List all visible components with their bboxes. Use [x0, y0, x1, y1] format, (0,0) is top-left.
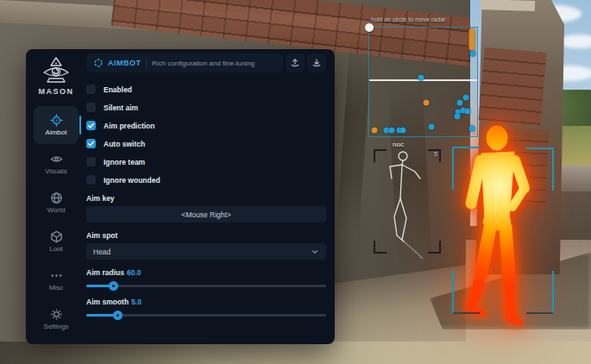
radar-dot [465, 109, 471, 115]
upload-config-button[interactable] [286, 53, 305, 72]
panel-title-bar: AIMBOT | Rich configuration and fine-tun… [86, 53, 283, 72]
skeleton-bracket-corner [428, 241, 441, 254]
checkbox-label: Ignore wounded [104, 176, 160, 185]
checkbox[interactable] [86, 139, 96, 148]
slider-value: 60.0 [127, 268, 141, 277]
download-config-button[interactable] [307, 53, 326, 72]
radar-dot [469, 126, 475, 132]
aim-spot-select[interactable]: Head [86, 243, 326, 260]
download-icon [311, 58, 322, 68]
radar-dot [418, 74, 424, 80]
dots-icon [50, 269, 63, 282]
sidebar-item-label: World [47, 206, 66, 214]
cube-icon [50, 230, 63, 243]
tower-bricks [478, 47, 546, 125]
slider-label: Aim radius [86, 268, 124, 277]
radar-dot [463, 95, 469, 101]
checkbox-label: Ignore team [104, 158, 145, 166]
player-bracket-corner [452, 271, 480, 314]
sidebar-item-label: Loot [49, 245, 63, 253]
radar-hint-text: hold on circle to move radar [371, 16, 509, 22]
aim-smooth-label: Aim smooth5.0 [86, 298, 326, 306]
radar-dot [424, 99, 430, 105]
player-bracket-corner [452, 147, 480, 190]
radar-dot [455, 113, 461, 119]
checkbox[interactable] [86, 121, 96, 130]
panel-subtitle: Rich configuration and fine-tuning [152, 60, 255, 67]
checkbox[interactable] [86, 103, 96, 112]
gear-icon [93, 58, 104, 68]
radar-dot [429, 124, 435, 130]
checkbox-row-silent-aim[interactable]: Silent aim [86, 98, 326, 116]
slider-value: 5.0 [131, 298, 141, 306]
skeleton-bracket-corner [374, 241, 387, 254]
checkbox-row-enabled[interactable]: Enabled [86, 80, 326, 98]
radar-dot [372, 127, 378, 133]
sidebar-item-visuals[interactable]: Visuals [34, 145, 79, 183]
sidebar-nav: Aimbot Visuals World Loot [26, 106, 86, 339]
checkbox-label: Auto switch [104, 140, 145, 148]
skeleton-bracket-corner [374, 149, 387, 162]
gear-icon [50, 308, 63, 321]
aim-radius-label: Aim radius60.0 [86, 268, 326, 277]
sidebar-item-label: Settings [44, 323, 69, 330]
aim-smooth-slider[interactable] [86, 310, 326, 320]
sidebar-item-label: Misc [49, 284, 63, 292]
checkbox-row-ignore-team[interactable]: Ignore team [86, 153, 326, 171]
radar-drag-handle[interactable] [365, 23, 374, 32]
chevron-down-icon [311, 248, 319, 256]
ground-strip [0, 342, 591, 364]
slider-track[interactable] [86, 285, 326, 287]
sidebar-item-world[interactable]: World [34, 184, 79, 222]
crosshair-icon [50, 114, 63, 127]
sidebar-item-aimbot[interactable]: Aimbot [34, 106, 79, 144]
slider-label: Aim smooth [86, 298, 129, 306]
radar-dot [400, 127, 406, 133]
player-bracket-corner [526, 271, 554, 314]
sidebar-item-loot[interactable]: Loot [34, 223, 79, 260]
sidebar-item-settings[interactable]: Settings [34, 300, 79, 338]
divider: | [146, 59, 148, 68]
radar-marker-bar [468, 28, 475, 51]
sidebar-item-label: Aimbot [46, 129, 67, 136]
panel-title: AIMBOT [108, 59, 141, 67]
cheat-menu-window: MASON Aimbot Visuals World [26, 49, 335, 344]
checkbox[interactable] [86, 157, 96, 166]
sidebar-item-misc[interactable]: Misc [34, 261, 79, 299]
sidebar: MASON Aimbot Visuals World [26, 49, 86, 344]
aim-spot-label: Aim spot [86, 231, 326, 240]
player-bracket-corner [526, 147, 554, 191]
checkbox-label: Aim prediction [104, 122, 155, 130]
aim-spot-value: Head [93, 248, 311, 256]
brand: MASON [39, 56, 74, 96]
esp-player-name: noc [393, 141, 427, 148]
upload-icon [290, 58, 300, 68]
slider-knob[interactable] [113, 311, 123, 320]
checkbox[interactable] [86, 175, 96, 185]
checkbox-label: Silent aim [104, 104, 138, 112]
aim-key-button[interactable]: <Mouse Right> [86, 206, 326, 223]
sidebar-item-label: Visuals [45, 167, 67, 175]
radar[interactable]: hold on circle to move radar [368, 27, 478, 137]
checkbox[interactable] [86, 85, 96, 94]
checkbox-row-aim-prediction[interactable]: Aim prediction [86, 116, 326, 135]
brand-name: MASON [39, 87, 74, 96]
globe-icon [50, 191, 63, 204]
radar-dot [470, 50, 476, 56]
checkbox-label: Enabled [104, 85, 132, 94]
tower-cap [480, 0, 535, 11]
skeleton-esp [380, 148, 433, 259]
checkbox-row-auto-switch[interactable]: Auto switch [86, 135, 326, 153]
mason-eye-logo [41, 56, 72, 85]
eye-icon [50, 153, 63, 166]
panel-content: AIMBOT | Rich configuration and fine-tun… [86, 53, 326, 320]
esp-distance: 5 [434, 151, 437, 157]
panel-header: AIMBOT | Rich configuration and fine-tun… [86, 53, 326, 72]
aim-key-label: Aim key [86, 194, 326, 203]
checkbox-row-ignore-wounded[interactable]: Ignore wounded [86, 171, 326, 189]
aim-radius-slider[interactable] [86, 280, 326, 291]
slider-knob[interactable] [109, 281, 118, 291]
radar-dot [457, 99, 463, 105]
radar-dot [389, 127, 395, 133]
